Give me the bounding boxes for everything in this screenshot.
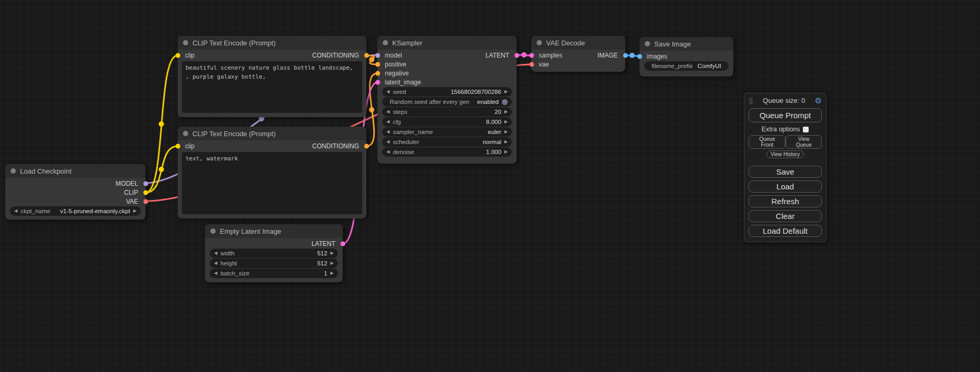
positive-prompt-input[interactable]: beautiful scenery nature glass bottle la… [182,61,362,113]
load-button[interactable]: Load [749,180,822,193]
negative-input-dot[interactable] [375,71,380,75]
negative-prompt-input[interactable]: text, watermark [182,152,362,214]
increment-arrow-icon[interactable]: ▶ [504,110,508,114]
ckpt-name-widget[interactable]: ◀ ckpt_name v1-5-pruned-emaonly.ckpt ▶ [10,206,141,216]
increment-arrow-icon[interactable]: ▶ [504,150,508,154]
node-title-bar[interactable]: Load Checkpoint [5,164,145,178]
settings-gear-icon[interactable]: ⚙ [815,97,822,104]
latent-image-input-dot[interactable] [375,80,380,84]
node-clip-text-encode-negative[interactable]: CLIP Text Encode (Prompt) clip CONDITION… [178,127,366,218]
height-widget[interactable]: ◀ height 512 ▶ [210,259,338,268]
decrement-arrow-icon[interactable]: ◀ [386,90,390,94]
widget-value: 512 [317,250,327,256]
collapse-dot-icon[interactable] [645,41,650,46]
input-slot-latent-image: latent_image [377,78,517,87]
widget-value: 8.000 [486,119,501,125]
input-slot-images: images [639,52,733,61]
drag-handle-icon[interactable]: ⣿ [749,97,753,104]
collapse-dot-icon[interactable] [183,40,188,45]
decrement-arrow-icon[interactable]: ◀ [214,271,217,275]
node-title-bar[interactable]: VAE Decode [531,36,625,50]
filename-prefix-widget[interactable]: filename_prefix ComfyUI [644,61,729,71]
queue-front-button[interactable]: Queue Front [749,135,785,149]
denoise-widget[interactable]: ◀ denoise 1.000 ▶ [382,147,512,157]
random-seed-toggle-widget[interactable]: Random seed after every gen enabled [382,97,512,107]
model-input-dot[interactable] [375,53,380,58]
latent-output-dot[interactable] [515,53,519,58]
view-history-button[interactable]: View History [766,150,804,158]
view-history-row: View History [749,150,822,158]
node-title: CLIP Text Encode (Prompt) [192,39,276,47]
collapse-dot-icon[interactable] [11,168,16,174]
collapse-dot-icon[interactable] [537,40,542,45]
increment-arrow-icon[interactable]: ▶ [331,261,334,265]
node-graph-canvas[interactable]: Load Checkpoint MODEL CLIP VAE ◀ ckpt_na… [0,0,980,372]
slot-label: CONDITIONING [312,52,359,59]
increment-arrow-icon[interactable]: ▶ [504,120,508,124]
batch-size-widget[interactable]: ◀ batch_size 1 ▶ [210,269,338,278]
prev-arrow-icon[interactable]: ◀ [386,130,390,134]
node-title-bar[interactable]: CLIP Text Encode (Prompt) [178,36,366,50]
node-title-bar[interactable]: KSampler [377,36,517,50]
next-arrow-icon[interactable]: ▶ [504,130,508,134]
increment-arrow-icon[interactable]: ▶ [331,251,334,255]
vae-input-dot[interactable] [529,62,534,66]
wire-midpoint-dot [369,107,374,112]
node-title-bar[interactable]: Save Image [639,37,733,51]
node-title-bar[interactable]: CLIP Text Encode (Prompt) [178,127,366,140]
conditioning-output-dot[interactable] [364,53,369,58]
node-clip-text-encode-positive[interactable]: CLIP Text Encode (Prompt) clip CONDITION… [178,36,366,117]
samples-input-dot[interactable] [529,53,534,58]
width-widget[interactable]: ◀ width 512 ▶ [210,249,338,258]
collapse-dot-icon[interactable] [383,40,388,45]
widget-value: enabled [477,99,499,105]
clip-input-dot[interactable] [176,53,180,58]
collapse-dot-icon[interactable] [183,131,188,136]
vae-output-dot[interactable] [143,199,148,204]
decrement-arrow-icon[interactable]: ◀ [214,251,217,255]
extra-options-checkbox[interactable] [803,127,809,132]
node-save-image[interactable]: Save Image images filename_prefix ComfyU… [639,37,733,77]
conditioning-output-dot[interactable] [364,144,369,148]
node-load-checkpoint[interactable]: Load Checkpoint MODEL CLIP VAE ◀ ckpt_na… [5,164,145,220]
scheduler-widget[interactable]: ◀ scheduler normal ▶ [382,137,512,147]
clip-output-dot[interactable] [143,190,148,195]
prev-arrow-icon[interactable]: ◀ [386,140,390,144]
cfg-widget[interactable]: ◀ cfg 8.000 ▶ [382,117,512,127]
increment-arrow-icon[interactable]: ▶ [504,90,508,94]
next-arrow-icon[interactable]: ▶ [504,140,508,144]
toggle-knob[interactable] [502,99,508,105]
widget-value: ComfyUI [697,63,721,69]
refresh-button[interactable]: Refresh [749,195,822,207]
image-output-dot[interactable] [623,53,628,58]
clear-button[interactable]: Clear [749,210,822,222]
slot-label: VAE [126,198,138,205]
input-slot-vae: vae [531,60,625,69]
node-empty-latent-image[interactable]: Empty Latent Image LATENT ◀ width 512 ▶ … [205,224,343,282]
decrement-arrow-icon[interactable]: ◀ [386,150,390,154]
collapse-dot-icon[interactable] [210,228,216,234]
model-output-dot[interactable] [143,181,148,186]
node-title-bar[interactable]: Empty Latent Image [205,224,343,238]
prev-arrow-icon[interactable]: ◀ [14,209,17,213]
view-queue-button[interactable]: View Queue [785,135,822,149]
slot-row-clip-conditioning: clip CONDITIONING [178,51,366,60]
save-button[interactable]: Save [749,166,822,178]
sampler-name-widget[interactable]: ◀ sampler_name euler ▶ [382,127,512,137]
decrement-arrow-icon[interactable]: ◀ [386,110,390,114]
node-vae-decode[interactable]: VAE Decode samples IMAGE vae [531,36,625,72]
decrement-arrow-icon[interactable]: ◀ [214,261,217,265]
increment-arrow-icon[interactable]: ▶ [331,271,334,275]
node-ksampler[interactable]: KSampler model LATENT positive negative … [377,36,517,164]
positive-input-dot[interactable] [375,62,380,66]
wire-midpoint-dot [159,121,164,127]
latent-output-dot[interactable] [341,241,345,246]
decrement-arrow-icon[interactable]: ◀ [386,120,390,124]
seed-widget[interactable]: ◀ seed 156680208700286 ▶ [382,87,512,97]
images-input-dot[interactable] [637,54,642,59]
clip-input-dot[interactable] [176,144,180,148]
steps-widget[interactable]: ◀ steps 20 ▶ [382,107,512,117]
next-arrow-icon[interactable]: ▶ [133,209,137,213]
load-default-button[interactable]: Load Default [749,225,822,237]
queue-prompt-button[interactable]: Queue Prompt [749,108,822,122]
